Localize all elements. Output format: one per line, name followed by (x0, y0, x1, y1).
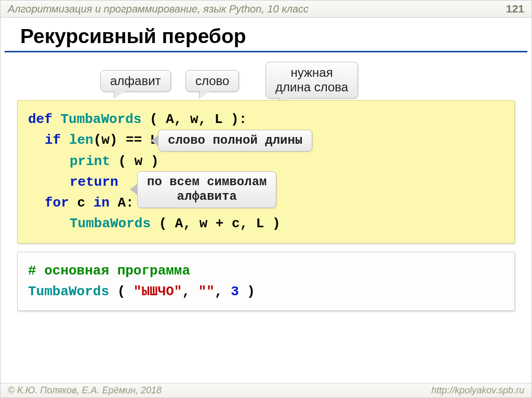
code-line-1: def TumbaWords ( A, w, L ): (28, 109, 504, 130)
code-block-function: def TumbaWords ( A, w, L ): if len(w) ==… (17, 100, 515, 243)
callout-full-word: слово полной длины (158, 130, 312, 152)
slide-footer: © К.Ю. Поляков, Е.А. Ерёмин, 2018 http:/… (1, 383, 531, 397)
code-main-call: TumbaWords ( "ЫШЧО", "", 3 ) (28, 281, 504, 302)
footer-authors: © К.Ю. Поляков, Е.А. Ерёмин, 2018 (8, 385, 162, 396)
code-comment: # основная программа (28, 260, 504, 281)
course-title: Алгоритмизация и программирование, язык … (8, 3, 309, 15)
callout-length: нужная длина слова (265, 62, 358, 99)
slide-header: Алгоритмизация и программирование, язык … (1, 1, 531, 18)
page-title: Рекурсивный перебор (5, 18, 527, 52)
callout-all-symbols: по всем символам алфавита (137, 171, 276, 208)
top-callouts: алфавит слово нужная длина слова (17, 62, 515, 100)
code-line-3: print ( w ) (28, 151, 504, 172)
callout-word: слово (185, 70, 239, 92)
callout-alphabet: алфавит (100, 70, 171, 92)
content-area: алфавит слово нужная длина слова def Tum… (1, 52, 531, 328)
code-line-6: TumbaWords ( A, w + c, L ) (28, 213, 504, 234)
code-block-main: # основная программа TumbaWords ( "ЫШЧО"… (17, 252, 515, 311)
page-number: 121 (506, 3, 524, 15)
footer-url: http://kpolyakov.spb.ru (431, 385, 524, 396)
